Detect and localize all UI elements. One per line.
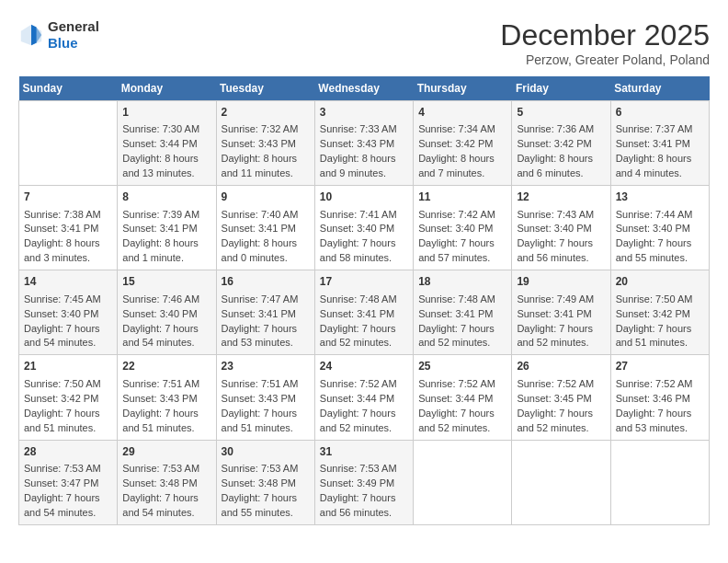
header: General Blue December 2025 Perzow, Great…	[18, 18, 710, 67]
month-title: December 2025	[500, 18, 710, 52]
day-info: Sunrise: 7:44 AM	[616, 208, 704, 223]
day-info: Sunset: 3:41 PM	[418, 307, 506, 322]
day-number: 18	[418, 274, 506, 290]
day-number: 10	[320, 190, 408, 205]
day-info: Sunrise: 7:36 AM	[517, 122, 605, 137]
day-info: Sunset: 3:43 PM	[320, 137, 408, 152]
day-number: 23	[222, 359, 310, 374]
day-info: and 54 minutes.	[122, 506, 210, 521]
day-info: Sunrise: 7:49 AM	[517, 293, 605, 307]
day-info: Daylight: 8 hours	[222, 152, 310, 167]
day-info: Sunrise: 7:48 AM	[320, 293, 408, 307]
day-info: Sunset: 3:40 PM	[320, 222, 408, 236]
day-info: Sunrise: 7:33 AM	[320, 122, 408, 137]
header-row: SundayMondayTuesdayWednesdayThursdayFrid…	[19, 76, 710, 101]
day-info: and 51 minutes.	[616, 336, 704, 350]
day-info: Daylight: 8 hours	[517, 152, 605, 167]
day-number: 26	[517, 359, 605, 374]
day-info: and 53 minutes.	[222, 336, 310, 350]
day-number: 28	[24, 444, 112, 460]
day-info: Sunset: 3:47 PM	[24, 477, 112, 491]
day-info: Sunrise: 7:51 AM	[222, 377, 310, 392]
day-info: Daylight: 7 hours	[517, 407, 605, 421]
calendar-cell: 17Sunrise: 7:48 AMSunset: 3:41 PMDayligh…	[314, 270, 413, 355]
day-info: Sunrise: 7:38 AM	[24, 208, 112, 223]
day-info: Sunrise: 7:53 AM	[320, 462, 408, 477]
weekday-header: Tuesday	[216, 76, 314, 101]
day-info: and 11 minutes.	[222, 167, 310, 181]
calendar-cell: 21Sunrise: 7:50 AMSunset: 3:42 PMDayligh…	[19, 355, 118, 440]
weekday-header: Friday	[512, 76, 610, 101]
calendar-table: SundayMondayTuesdayWednesdayThursdayFrid…	[18, 76, 710, 525]
day-info: Sunset: 3:42 PM	[517, 137, 605, 152]
day-info: Daylight: 8 hours	[122, 152, 210, 167]
day-info: Sunrise: 7:53 AM	[122, 462, 210, 477]
day-info: Sunset: 3:41 PM	[320, 307, 408, 322]
day-info: Sunrise: 7:48 AM	[418, 293, 506, 307]
day-info: Daylight: 7 hours	[222, 407, 310, 421]
logo-text: General Blue	[48, 18, 99, 52]
calendar-cell: 19Sunrise: 7:49 AMSunset: 3:41 PMDayligh…	[512, 270, 610, 355]
calendar-cell: 14Sunrise: 7:45 AMSunset: 3:40 PMDayligh…	[19, 270, 118, 355]
day-info: Daylight: 7 hours	[122, 407, 210, 421]
calendar-cell: 20Sunrise: 7:50 AMSunset: 3:42 PMDayligh…	[610, 270, 709, 355]
day-info: Daylight: 7 hours	[222, 491, 310, 506]
day-info: Sunset: 3:41 PM	[24, 222, 112, 236]
day-number: 3	[320, 105, 408, 121]
day-info: Daylight: 7 hours	[320, 322, 408, 337]
weekday-header: Sunday	[19, 76, 118, 101]
calendar-cell: 15Sunrise: 7:46 AMSunset: 3:40 PMDayligh…	[118, 270, 216, 355]
calendar-cell: 18Sunrise: 7:48 AMSunset: 3:41 PMDayligh…	[414, 270, 512, 355]
day-number: 20	[616, 274, 704, 290]
day-info: Daylight: 8 hours	[24, 236, 112, 251]
day-info: Sunset: 3:48 PM	[222, 477, 310, 491]
day-info: and 13 minutes.	[122, 167, 210, 181]
day-info: Sunset: 3:40 PM	[24, 307, 112, 322]
calendar-cell: 12Sunrise: 7:43 AMSunset: 3:40 PMDayligh…	[512, 186, 610, 270]
day-info: Sunrise: 7:53 AM	[222, 462, 310, 477]
day-number: 5	[517, 105, 605, 121]
day-info: and 3 minutes.	[24, 251, 112, 266]
day-number: 22	[122, 359, 210, 374]
day-number: 15	[122, 274, 210, 290]
day-info: and 4 minutes.	[616, 167, 704, 181]
logo-icon	[18, 22, 44, 48]
day-info: Sunrise: 7:52 AM	[517, 377, 605, 392]
calendar-cell: 29Sunrise: 7:53 AMSunset: 3:48 PMDayligh…	[118, 440, 216, 524]
day-info: Sunset: 3:42 PM	[24, 392, 112, 407]
logo-blue: Blue	[48, 35, 78, 51]
calendar-cell: 31Sunrise: 7:53 AMSunset: 3:49 PMDayligh…	[314, 440, 413, 524]
day-info: Sunrise: 7:39 AM	[122, 208, 210, 223]
weekday-header: Thursday	[414, 76, 512, 101]
day-info: and 52 minutes.	[418, 336, 506, 350]
day-info: Sunset: 3:43 PM	[222, 392, 310, 407]
title-section: December 2025 Perzow, Greater Poland, Po…	[500, 18, 710, 67]
calendar-cell: 11Sunrise: 7:42 AMSunset: 3:40 PMDayligh…	[414, 186, 512, 270]
logo: General Blue	[18, 18, 99, 52]
day-info: Sunset: 3:40 PM	[517, 222, 605, 236]
day-info: Sunset: 3:40 PM	[418, 222, 506, 236]
day-info: Daylight: 8 hours	[418, 152, 506, 167]
day-info: Daylight: 7 hours	[320, 236, 408, 251]
day-info: Daylight: 8 hours	[616, 152, 704, 167]
day-number: 27	[616, 359, 704, 374]
calendar-cell: 4Sunrise: 7:34 AMSunset: 3:42 PMDaylight…	[414, 101, 512, 186]
day-info: Daylight: 7 hours	[517, 322, 605, 337]
calendar-cell: 30Sunrise: 7:53 AMSunset: 3:48 PMDayligh…	[216, 440, 314, 524]
day-info: and 57 minutes.	[418, 251, 506, 266]
calendar-cell	[610, 440, 709, 524]
location-subtitle: Perzow, Greater Poland, Poland	[500, 52, 710, 67]
day-info: Daylight: 8 hours	[122, 236, 210, 251]
calendar-week-row: 28Sunrise: 7:53 AMSunset: 3:47 PMDayligh…	[19, 440, 710, 524]
day-info: Sunset: 3:41 PM	[517, 307, 605, 322]
calendar-week-row: 1Sunrise: 7:30 AMSunset: 3:44 PMDaylight…	[19, 101, 710, 186]
day-info: and 6 minutes.	[517, 167, 605, 181]
day-info: Sunrise: 7:41 AM	[320, 208, 408, 223]
day-info: Sunrise: 7:47 AM	[222, 293, 310, 307]
day-info: Sunset: 3:42 PM	[418, 137, 506, 152]
day-info: Sunset: 3:49 PM	[320, 477, 408, 491]
day-info: Sunrise: 7:30 AM	[122, 122, 210, 137]
day-info: Sunset: 3:40 PM	[616, 222, 704, 236]
calendar-cell: 27Sunrise: 7:52 AMSunset: 3:46 PMDayligh…	[610, 355, 709, 440]
day-info: and 51 minutes.	[122, 421, 210, 436]
